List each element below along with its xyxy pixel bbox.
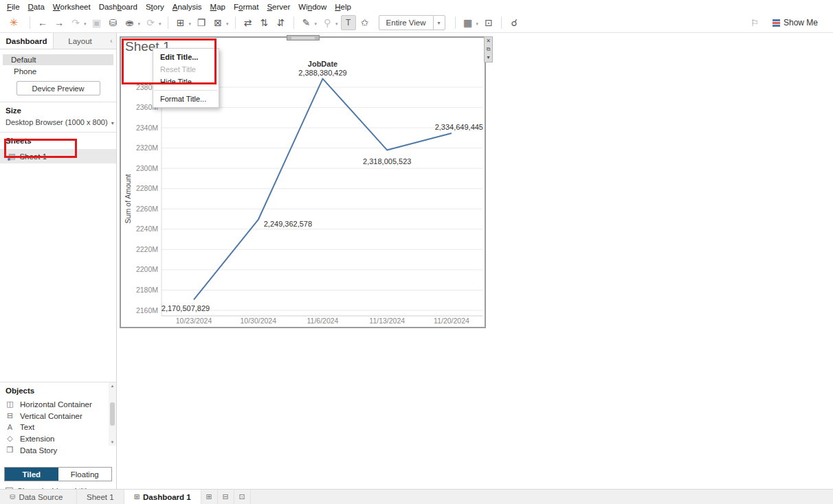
new-worksheet-icon[interactable]: ⊞ — [173, 15, 188, 30]
object-item-label: Text — [20, 423, 34, 431]
object-item-text[interactable]: AText — [5, 422, 115, 433]
refresh-dropdown-icon[interactable]: ▾ — [159, 21, 162, 27]
svg-text:2,334,649,445: 2,334,649,445 — [435, 123, 483, 131]
new-worksheet-dropdown-icon[interactable]: ▾ — [189, 21, 192, 27]
object-item-vertical-container[interactable]: ⊟Vertical Container — [5, 410, 115, 422]
svg-text:11/13/2024: 11/13/2024 — [369, 317, 405, 325]
toolbar: ✳←→↷▾▣⛁⛂▾⟳▾⊞▾❐⊠▾⇄⇅⇵✎▾⚲▾T✩Entire View▾▦▾⊡… — [0, 13, 833, 32]
svg-text:2280M: 2280M — [136, 184, 158, 192]
size-dropdown[interactable]: Desktop Browser (1000 x 800) ▾ — [0, 117, 116, 132]
menu-help[interactable]: Help — [331, 1, 355, 12]
swap-rows-columns-icon[interactable]: ⇄ — [241, 15, 256, 30]
menu-worksheet[interactable]: Worksheet — [49, 1, 95, 12]
worksheet-icon: ▤ — [8, 152, 15, 161]
new-story-button[interactable]: ⊡ — [234, 490, 251, 504]
device-default-item[interactable]: Default — [3, 54, 113, 65]
show-me-icon — [773, 19, 780, 27]
dashboard-pane: Dashboard Layout ‹ Default Phone Device … — [0, 32, 117, 489]
tiled-button[interactable]: Tiled — [5, 468, 58, 481]
objects-scrollbar[interactable]: ▲ ▼ — [109, 382, 116, 446]
device-phone-item[interactable]: Phone — [0, 65, 116, 78]
fit-mode-dropdown[interactable]: Entire View▾ — [379, 15, 445, 30]
scroll-up-icon[interactable]: ▲ — [111, 384, 115, 388]
sheet-list-item[interactable]: ▤ Sheet 1 — [0, 149, 116, 163]
menu-map[interactable]: Map — [206, 1, 230, 12]
new-data-source-icon[interactable]: ⛁ — [106, 15, 121, 30]
dashboard-icon: ⊞ — [134, 493, 140, 501]
menu-analysis[interactable]: Analysis — [168, 1, 206, 12]
sheet-zone[interactable]: 2160M2180M2200M2220M2240M2260M2280M2300M… — [120, 36, 486, 328]
fit-mode-label: Entire View — [379, 19, 433, 27]
tab-layout[interactable]: Layout — [53, 33, 107, 49]
new-dashboard-button[interactable]: ⊟ — [218, 490, 234, 504]
sort-ascending-icon[interactable]: ⇅ — [257, 15, 272, 30]
zone-move-handle[interactable] — [287, 35, 320, 41]
save-icon[interactable]: ▣ — [89, 15, 104, 30]
tab-sheet-1[interactable]: Sheet 1 — [77, 490, 124, 504]
duplicate-sheet-icon[interactable]: ❐ — [194, 15, 209, 30]
device-preview-button[interactable]: Device Preview — [16, 81, 100, 95]
forward-icon[interactable]: → — [52, 15, 67, 30]
object-item-horizontal-container[interactable]: ◫Horizontal Container — [5, 398, 115, 410]
object-item-data-story[interactable]: ❒Data Story — [5, 444, 115, 456]
clear-sheet-icon[interactable]: ⊠ — [210, 15, 225, 30]
svg-text:2240M: 2240M — [136, 225, 158, 233]
svg-text:2200M: 2200M — [136, 265, 158, 273]
group-members-dropdown-icon[interactable]: ▾ — [335, 21, 338, 27]
go-to-sheet-icon[interactable]: ⧉ — [487, 45, 491, 54]
remove-zone-icon[interactable]: ✕ — [486, 37, 491, 45]
data-story-icon: ❒ — [5, 446, 14, 455]
group-members-icon[interactable]: ⚲ — [320, 15, 335, 30]
object-item-label: Vertical Container — [20, 412, 82, 420]
sheets-heading: Sheets — [0, 133, 116, 147]
clear-sheet-dropdown-icon[interactable]: ▾ — [226, 21, 229, 27]
chevron-down-icon[interactable]: ▾ — [433, 16, 445, 30]
sheet-list-item-label: Sheet 1 — [19, 152, 47, 161]
menu-item-hide-title[interactable]: Hide Title — [153, 76, 219, 88]
text-icon: A — [5, 423, 14, 431]
back-icon[interactable]: ← — [35, 15, 50, 30]
new-worksheet-button[interactable]: ⊞ — [201, 490, 218, 504]
objects-section: Objects ◫Horizontal Container⊟Vertical C… — [0, 382, 116, 495]
zone-menu-icon[interactable]: ▾ — [487, 54, 489, 62]
menu-item-edit-title[interactable]: Edit Title... — [153, 51, 219, 63]
pause-auto-updates-icon[interactable]: ⛂ — [122, 15, 137, 30]
menu-story[interactable]: Story — [142, 1, 168, 12]
show-hide-cards-icon[interactable]: ▦ — [460, 15, 476, 30]
objects-heading: Objects — [0, 382, 116, 397]
undo-icon[interactable]: ↷ — [68, 15, 83, 30]
menu-server[interactable]: Server — [263, 1, 294, 12]
undo-dropdown-icon[interactable]: ▾ — [84, 21, 87, 27]
collapse-pane-icon[interactable]: ‹ — [107, 33, 116, 49]
show-hide-cards-dropdown-icon[interactable]: ▾ — [476, 21, 479, 27]
floating-button[interactable]: Floating — [58, 468, 112, 481]
svg-text:2300M: 2300M — [136, 164, 158, 172]
tab-dashboard-1[interactable]: ⊞ Dashboard 1 — [124, 490, 201, 504]
menu-data[interactable]: Data — [24, 1, 49, 12]
svg-text:2,170,507,829: 2,170,507,829 — [162, 304, 210, 312]
show-mark-labels-icon[interactable]: T — [341, 15, 356, 30]
tab-data-source[interactable]: ⛁ Data Source — [0, 490, 77, 504]
fix-axes-icon[interactable]: ✩ — [357, 15, 373, 30]
highlight-dropdown-icon[interactable]: ▾ — [315, 21, 318, 27]
share-icon[interactable]: ☌ — [507, 15, 522, 30]
tab-dashboard[interactable]: Dashboard — [0, 33, 53, 49]
object-item-label: Extension — [20, 435, 55, 443]
menu-window[interactable]: Window — [294, 1, 331, 12]
show-me-button[interactable]: Show Me — [773, 18, 818, 27]
menu-dashboard[interactable]: Dashboard — [95, 1, 142, 12]
menu-format[interactable]: Format — [230, 1, 263, 12]
sort-descending-icon[interactable]: ⇵ — [274, 15, 289, 30]
svg-text:2,249,362,578: 2,249,362,578 — [264, 220, 312, 228]
tooltip-icon[interactable]: ⚐ — [751, 18, 759, 28]
menu-file[interactable]: File — [3, 1, 24, 12]
highlight-icon[interactable]: ✎ — [299, 15, 314, 30]
menu-item-format-title[interactable]: Format Title... — [153, 93, 219, 105]
refresh-icon[interactable]: ⟳ — [143, 15, 158, 30]
scrollbar-thumb[interactable] — [110, 402, 115, 426]
presentation-mode-icon[interactable]: ⊡ — [481, 15, 496, 30]
pause-auto-updates-dropdown-icon[interactable]: ▾ — [138, 21, 141, 27]
scroll-down-icon[interactable]: ▼ — [111, 440, 115, 444]
object-item-extension[interactable]: ◇Extension — [5, 433, 115, 444]
svg-text:10/30/2024: 10/30/2024 — [240, 317, 276, 325]
